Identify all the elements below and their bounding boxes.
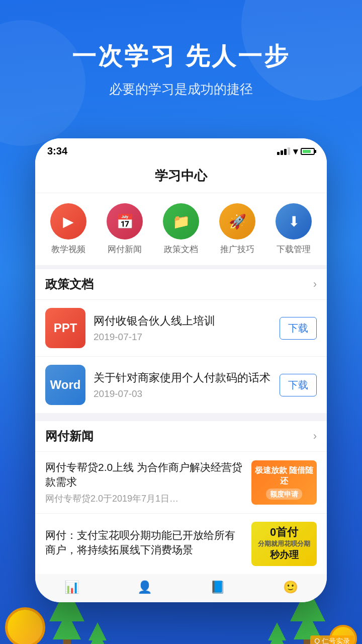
battery-icon — [301, 148, 315, 155]
news-section-arrow[interactable]: › — [313, 430, 317, 443]
tab-home-icon: 📊 — [64, 580, 79, 594]
tab-user[interactable]: 👤 — [137, 580, 152, 594]
bottom-section — [0, 602, 362, 644]
tab-user-icon: 👤 — [137, 580, 152, 594]
hero-section: 一次学习 先人一步 必要的学习是成功的捷径 — [0, 0, 362, 118]
word-icon: Word — [45, 365, 85, 405]
icon-item-news[interactable]: 📅 网付新闻 — [107, 203, 143, 255]
news-icon: 📅 — [107, 203, 143, 239]
watermark: Q 仁号实录 — [310, 635, 354, 644]
doc-item-ppt[interactable]: PPT 网付收银合伙人线上培训 2019-07-17 下载 — [35, 299, 327, 356]
tab-home[interactable]: 📊 — [64, 580, 79, 594]
news-section-title: 网付新闻 — [45, 428, 94, 444]
icon-item-download[interactable]: ⬇ 下载管理 — [276, 203, 312, 255]
status-right: ▾ — [277, 146, 315, 157]
news-desc-1: 网付专帮贷2.0于2019年7月1日… — [45, 493, 243, 505]
news-section-header: 网付新闻 › — [35, 417, 327, 451]
tree-left-small — [88, 622, 107, 644]
icon-grid: ▶ 教学视频 📅 网付新闻 📁 政策文档 🚀 推广技巧 ⬇ 下载管理 — [35, 193, 327, 265]
app-header: 学习中心 — [35, 161, 327, 193]
download-mgmt-icon: ⬇ — [276, 203, 312, 239]
tree-right-small — [268, 622, 286, 644]
hero-subtitle: 必要的学习是成功的捷径 — [20, 80, 342, 98]
icon-item-policy[interactable]: 📁 政策文档 — [163, 203, 199, 255]
download-btn-word[interactable]: 下载 — [280, 374, 317, 396]
doc-info-word: 关于针对商家使用个人付款码的话术 2019-07-03 — [94, 370, 272, 400]
coin-left — [5, 607, 45, 644]
phone-mockup-wrapper: 3:34 ▾ 学习中心 — [0, 138, 362, 602]
tips-label: 推广技巧 — [220, 244, 254, 255]
teach-video-icon: ▶ — [50, 203, 86, 239]
tab-person-icon: 🙂 — [283, 580, 298, 594]
status-time: 3:34 — [47, 145, 67, 157]
tab-person[interactable]: 🙂 — [283, 580, 298, 594]
news-item-2[interactable]: 网付：支付宝花呗分期功能已开放给所有商户，将持续拓展线下消费场景 0首付 分期就… — [35, 513, 327, 574]
ppt-icon: PPT — [45, 308, 85, 348]
news-title-2: 网付：支付宝花呗分期功能已开放给所有商户，将持续拓展线下消费场景 — [45, 528, 243, 557]
page-root: 一次学习 先人一步 必要的学习是成功的捷径 3:34 ▾ — [0, 0, 362, 644]
tips-icon: 🚀 — [219, 203, 255, 239]
status-bar: 3:34 ▾ — [35, 138, 327, 161]
wifi-icon: ▾ — [293, 146, 298, 157]
policy-section-header: 政策文档 › — [35, 265, 327, 299]
policy-section-arrow[interactable]: › — [313, 278, 317, 291]
doc-item-word[interactable]: Word 关于针对商家使用个人付款码的话术 2019-07-03 下载 — [35, 356, 327, 413]
news-label: 网付新闻 — [108, 244, 142, 255]
signal-icon — [277, 147, 290, 155]
hero-title: 一次学习 先人一步 — [20, 40, 342, 72]
news-section: 网付新闻 › 网付专帮贷2.0上线 为合作商户解决经营贷款需求 网付专帮贷2.0… — [35, 413, 327, 574]
icon-item-teach-video[interactable]: ▶ 教学视频 — [50, 203, 86, 255]
news-thumb-2: 0首付 分期就用花呗分期 秒办理 — [251, 522, 317, 566]
phone-mockup: 3:34 ▾ 学习中心 — [35, 138, 327, 602]
doc-title-ppt: 网付收银合伙人线上培训 — [94, 313, 272, 329]
teach-video-label: 教学视频 — [51, 244, 85, 255]
bottom-tab-bar: 📊 👤 📘 🙂 — [35, 574, 327, 602]
news-item-1[interactable]: 网付专帮贷2.0上线 为合作商户解决经营贷款需求 网付专帮贷2.0于2019年7… — [35, 451, 327, 513]
policy-icon: 📁 — [163, 203, 199, 239]
tab-book-icon: 📘 — [210, 580, 225, 594]
doc-title-word: 关于针对商家使用个人付款码的话术 — [94, 370, 272, 386]
doc-info-ppt: 网付收银合伙人线上培训 2019-07-17 — [94, 313, 272, 343]
policy-section-title: 政策文档 — [45, 276, 94, 292]
news-text-2: 网付：支付宝花呗分期功能已开放给所有商户，将持续拓展线下消费场景 — [45, 528, 243, 560]
download-btn-ppt[interactable]: 下载 — [280, 317, 317, 340]
tab-book[interactable]: 📘 — [210, 580, 225, 594]
doc-date-ppt: 2019-07-17 — [94, 332, 272, 343]
news-title-1: 网付专帮贷2.0上线 为合作商户解决经营贷款需求 — [45, 460, 243, 490]
policy-label: 政策文档 — [164, 244, 198, 255]
news-text-1: 网付专帮贷2.0上线 为合作商户解决经营贷款需求 网付专帮贷2.0于2019年7… — [45, 460, 243, 505]
news-thumb-1: 极速放款 随借随还额度申请 — [251, 460, 317, 505]
icon-item-tips[interactable]: 🚀 推广技巧 — [219, 203, 255, 255]
doc-date-word: 2019-07-03 — [94, 388, 272, 399]
app-title: 学习中心 — [155, 168, 207, 183]
download-mgmt-label: 下载管理 — [277, 244, 311, 255]
policy-doc-list: PPT 网付收银合伙人线上培训 2019-07-17 下载 Word 关于针对商… — [35, 299, 327, 413]
